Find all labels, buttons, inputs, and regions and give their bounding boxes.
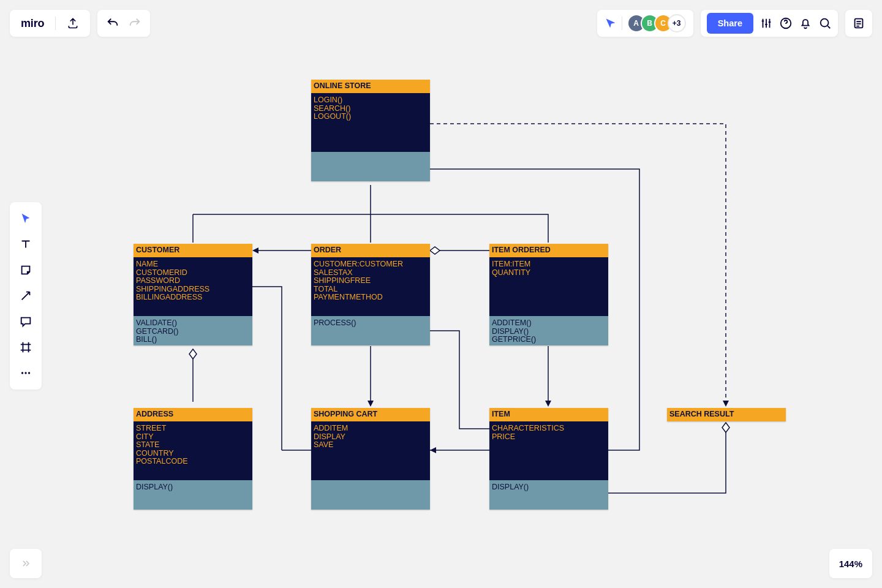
cursor-flag-icon[interactable] — [605, 17, 617, 29]
frame-tool-icon[interactable] — [19, 341, 32, 354]
miro-logo[interactable]: miro — [21, 17, 44, 30]
connectors — [0, 0, 882, 588]
uml-order[interactable]: ORDER CUSTOMER:CUSTOMERSALESTAXSHIPPINGF… — [311, 244, 430, 345]
svg-point-5 — [28, 372, 30, 374]
uml-title: ITEM — [489, 408, 608, 421]
svg-point-3 — [21, 372, 23, 374]
collaborators-group: A B C +3 — [597, 10, 693, 37]
uml-search-result[interactable]: SEARCH RESULT — [667, 408, 786, 421]
uml-title: SHOPPING CART — [311, 408, 430, 421]
svg-marker-8 — [368, 401, 374, 407]
uml-title: CUSTOMER — [134, 244, 252, 257]
uml-title: ORDER — [311, 244, 430, 257]
uml-title: ITEM ORDERED — [489, 244, 608, 257]
expand-panel-button[interactable] — [10, 549, 42, 578]
diagram-canvas[interactable]: ONLINE STORE LOGIN()SEARCH()LOGOUT() CUS… — [0, 0, 882, 588]
svg-marker-7 — [430, 247, 440, 254]
uml-item[interactable]: ITEM CHARACTERISTICSPRICE DISPLAY() — [489, 408, 608, 510]
svg-marker-9 — [545, 401, 551, 407]
share-button[interactable]: Share — [707, 13, 753, 34]
bell-icon[interactable] — [799, 17, 812, 30]
uml-title: ADDRESS — [134, 408, 252, 421]
divider — [622, 17, 622, 30]
sticky-tool-icon[interactable] — [19, 263, 32, 277]
uml-body: CUSTOMER:CUSTOMERSALESTAXSHIPPINGFREETOT… — [311, 257, 430, 316]
settings-icon[interactable] — [760, 17, 773, 30]
uml-title: ONLINE STORE — [311, 80, 430, 93]
uml-foot: ADDITEM()DISPLAY()GETPRICE() — [489, 316, 608, 345]
undo-icon[interactable] — [106, 17, 119, 30]
uml-foot — [311, 152, 430, 181]
avatar-overflow[interactable]: +3 — [668, 14, 686, 32]
uml-title: SEARCH RESULT — [667, 408, 786, 421]
share-group: Share — [701, 10, 838, 37]
redo-icon[interactable] — [128, 17, 141, 30]
uml-body: ITEM:ITEMQUANTITY — [489, 257, 608, 316]
search-icon[interactable] — [818, 17, 832, 30]
uml-body: NAMECUSTOMERIDPASSWORDSHIPPINGADDRESSBIL… — [134, 257, 252, 316]
tool-palette — [10, 202, 42, 390]
uml-body: CHARACTERISTICSPRICE — [489, 421, 608, 480]
text-tool-icon[interactable] — [19, 238, 32, 251]
avatar-stack[interactable]: A B C +3 — [627, 14, 686, 32]
export-icon[interactable] — [67, 17, 79, 29]
undo-redo-group — [97, 10, 150, 37]
uml-address[interactable]: ADDRESS STREETCITYSTATECOUNTRYPOSTALCODE… — [134, 408, 252, 510]
uml-body: STREETCITYSTATECOUNTRYPOSTALCODE — [134, 421, 252, 480]
svg-point-4 — [24, 372, 26, 374]
notes-icon — [852, 17, 865, 30]
uml-shopping-cart[interactable]: SHOPPING CART ADDITEMDISPLAYSAVE — [311, 408, 430, 510]
logo-group: miro — [10, 10, 90, 37]
svg-marker-13 — [723, 401, 729, 407]
uml-body: ADDITEMDISPLAYSAVE — [311, 421, 430, 480]
uml-foot: DISPLAY() — [134, 480, 252, 510]
uml-foot: VALIDATE()GETCARD()BILL() — [134, 316, 252, 345]
zoom-indicator[interactable]: 144% — [829, 549, 872, 578]
uml-customer[interactable]: CUSTOMER NAMECUSTOMERIDPASSWORDSHIPPINGA… — [134, 244, 252, 345]
svg-point-1 — [821, 19, 829, 27]
svg-marker-10 — [189, 349, 197, 359]
svg-marker-6 — [252, 247, 258, 254]
uml-body: LOGIN()SEARCH()LOGOUT() — [311, 93, 430, 152]
divider — [55, 17, 56, 30]
comment-tool-icon[interactable] — [19, 315, 32, 328]
svg-marker-12 — [722, 423, 729, 432]
uml-online-store[interactable]: ONLINE STORE LOGIN()SEARCH()LOGOUT() — [311, 80, 430, 181]
arrow-tool-icon[interactable] — [19, 289, 32, 303]
svg-marker-11 — [430, 447, 436, 453]
uml-foot: DISPLAY() — [489, 480, 608, 510]
uml-foot: PROCESS() — [311, 316, 430, 345]
select-tool-icon[interactable] — [19, 212, 32, 225]
notes-button[interactable] — [845, 10, 872, 37]
more-tools-icon[interactable] — [19, 366, 32, 380]
help-icon[interactable] — [779, 17, 793, 30]
chevrons-right-icon — [20, 557, 32, 570]
uml-foot — [311, 480, 430, 510]
uml-item-ordered[interactable]: ITEM ORDERED ITEM:ITEMQUANTITY ADDITEM()… — [489, 244, 608, 345]
